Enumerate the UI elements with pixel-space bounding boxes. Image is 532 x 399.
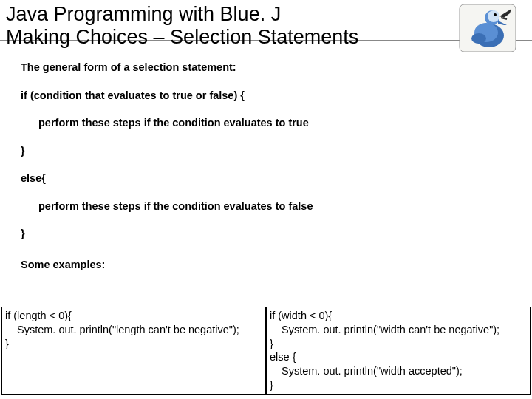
else-body: perform these steps if the condition eva… [21, 200, 532, 214]
intro-text: The general form of a selection statemen… [21, 61, 532, 75]
slide-body: The general form of a selection statemen… [0, 50, 532, 273]
example-right: if (width < 0){ System. out. println("wi… [266, 307, 531, 395]
examples-label: Some examples: [21, 258, 532, 273]
svg-point-7 [494, 13, 497, 16]
ex-right-l6: } [270, 378, 527, 392]
ex-right-l2: System. out. println("width can't be neg… [270, 323, 527, 337]
title-line-1: Java Programming with Blue. J [6, 3, 526, 26]
example-left: if (length < 0){ System. out. println("l… [1, 307, 266, 395]
if-line: if (condition that evaluates to true or … [21, 89, 532, 103]
close-brace-2: } [21, 227, 532, 242]
ex-right-l3: } [270, 337, 527, 351]
close-brace-1: } [21, 144, 532, 159]
title-line-2: Making Choices – Selection Statements [6, 26, 526, 49]
slide-title: Java Programming with Blue. J Making Cho… [0, 0, 532, 50]
svg-point-8 [471, 33, 486, 44]
ex-left-l1: if (length < 0){ [5, 309, 262, 323]
bluej-logo [458, 3, 517, 53]
else-line: else{ [21, 171, 532, 186]
ex-left-l2: System. out. println("length can't be ne… [5, 323, 262, 337]
ex-right-l5: System. out. println("width accepted"); [270, 364, 527, 378]
ex-left-l3: } [5, 337, 262, 351]
if-body: perform these steps if the condition eva… [21, 116, 532, 131]
ex-right-l1: if (width < 0){ [270, 309, 527, 323]
svg-point-4 [488, 10, 499, 22]
examples-row: if (length < 0){ System. out. println("l… [1, 307, 531, 395]
ex-right-l4: else { [270, 350, 527, 364]
